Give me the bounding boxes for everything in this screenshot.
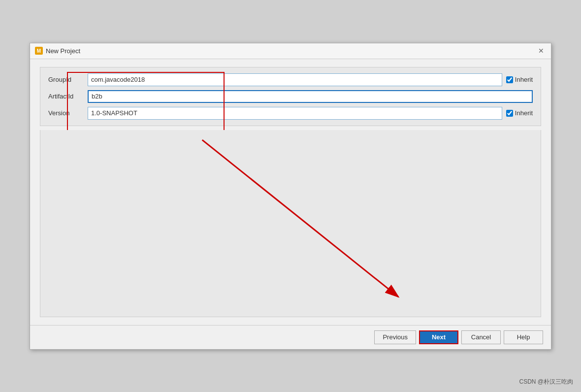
annotation-arrow	[40, 130, 541, 317]
help-button[interactable]: Help	[504, 330, 543, 344]
dialog-content-wrapper: GroupId Inherit ArtifactId	[40, 67, 541, 317]
version-input[interactable]	[88, 107, 502, 120]
title-bar-left: M New Project	[35, 47, 80, 55]
version-inherit-label: Inherit	[506, 109, 533, 117]
groupid-inherit-text: Inherit	[515, 76, 533, 83]
version-inherit-checkbox[interactable]	[506, 110, 513, 117]
artifactid-row: ArtifactId	[48, 90, 533, 103]
groupid-input[interactable]	[88, 73, 502, 86]
version-input-wrapper: Inherit	[88, 107, 533, 120]
form-area: GroupId Inherit ArtifactId	[40, 67, 541, 126]
version-label: Version	[48, 109, 88, 117]
dialog-body: GroupId Inherit ArtifactId	[30, 59, 551, 325]
artifactid-label: ArtifactId	[48, 93, 88, 100]
groupid-label: GroupId	[48, 76, 88, 83]
close-button[interactable]: ✕	[536, 46, 546, 56]
groupid-inherit-checkbox[interactable]	[506, 76, 513, 83]
dialog-footer: Previous Next Cancel Help	[30, 325, 551, 349]
next-button[interactable]: Next	[419, 330, 458, 344]
dialog-title: New Project	[46, 47, 80, 55]
empty-content-area	[40, 130, 541, 317]
svg-line-1	[202, 140, 398, 297]
artifactid-input-wrapper	[88, 90, 533, 103]
previous-button[interactable]: Previous	[374, 330, 416, 344]
new-project-dialog: M New Project ✕ GroupId Inherit	[30, 43, 551, 350]
dialog-icon: M	[35, 47, 43, 55]
groupid-row: GroupId Inherit	[48, 73, 533, 86]
groupid-input-wrapper: Inherit	[88, 73, 533, 86]
cancel-button[interactable]: Cancel	[461, 330, 501, 344]
artifactid-input[interactable]	[88, 90, 533, 103]
groupid-inherit-label: Inherit	[506, 76, 533, 83]
watermark: CSDN @朴汉三吃肉	[519, 378, 573, 386]
version-row: Version Inherit	[48, 107, 533, 120]
title-bar: M New Project ✕	[30, 43, 551, 59]
version-inherit-text: Inherit	[515, 109, 533, 117]
